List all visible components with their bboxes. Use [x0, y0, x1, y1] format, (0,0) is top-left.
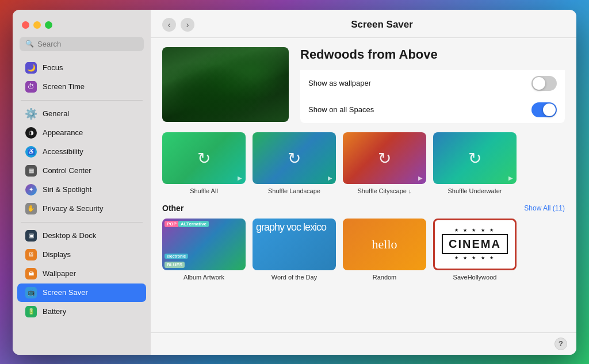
other-section: Other Show All (11) POP ALTernative elec… [162, 204, 565, 281]
saver-item-shuffle-all[interactable]: ↻ ▶ Shuffle All [162, 132, 246, 194]
bottom-bar: ? [151, 332, 576, 355]
privacy-icon: ✋ [25, 203, 37, 214]
sidebar-item-privacy-security[interactable]: ✋ Privacy & Security [17, 200, 146, 218]
sidebar-item-displays[interactable]: 🖥 Displays [17, 246, 146, 264]
saver-label-shuffle-all: Shuffle All [190, 187, 218, 194]
screen-time-icon: ⏱ [25, 81, 37, 93]
forward-button[interactable]: › [181, 18, 194, 32]
saver-item-shuffle-landscape[interactable]: ↻ ▶ Shuffle Landscape [253, 132, 336, 194]
show-as-wallpaper-toggle[interactable] [531, 76, 557, 91]
sidebar-item-label-control-center: Control Center [43, 166, 91, 175]
sidebar-item-label-focus: Focus [43, 63, 63, 72]
saver-label-shuffle-cityscape: Shuffle Cityscape ↓ [358, 187, 412, 194]
sidebar-divider-1 [21, 100, 143, 101]
sidebar-section-bottom: ▣ Desktop & Dock 🖥 Displays 🏔 Wallpaper … [13, 225, 151, 323]
show-as-wallpaper-row: Show as wallpaper [300, 70, 565, 97]
battery-icon: 🔋 [25, 306, 37, 317]
album-blues-label: BLUES [165, 262, 185, 268]
play-icon-shuffle-cityscape: ▶ [418, 175, 423, 181]
help-button[interactable]: ? [554, 338, 567, 350]
shuffle-landscape-icon: ↻ [288, 148, 301, 167]
shuffle-underwater-icon: ↻ [468, 148, 481, 167]
play-icon-shuffle-landscape: ▶ [328, 175, 332, 181]
general-icon: ⚙️ [25, 108, 37, 120]
shuffle-landscape-thumb: ↻ ▶ [253, 132, 336, 184]
cinema-stars-bottom: ★ ★ ★ ★ ★ [454, 255, 495, 260]
control-center-icon: ▦ [25, 165, 37, 177]
sidebar-item-appearance[interactable]: ◑ Appearance [17, 124, 146, 142]
show-on-all-spaces-toggle[interactable] [531, 102, 557, 117]
hello-text: hello [372, 237, 397, 252]
saver-item-shuffle-cityscape[interactable]: ↻ ▶ Shuffle Cityscape ↓ [343, 132, 426, 194]
saver-item-shuffle-underwater[interactable]: ↻ ▶ Shuffle Underwater [433, 132, 517, 194]
accessibility-icon: ♿ [25, 146, 37, 158]
sidebar-item-control-center[interactable]: ▦ Control Center [17, 162, 146, 180]
shuffle-all-thumb: ↻ ▶ [162, 132, 246, 184]
shuffle-cityscape-icon: ↻ [378, 148, 391, 167]
screensaver-name: Redwoods from Above [300, 47, 565, 62]
play-icon-shuffle-all: ▶ [238, 175, 242, 181]
album-pop-label: POP [165, 221, 179, 227]
minimize-button[interactable] [33, 21, 41, 29]
sidebar-item-label-screen-time: Screen Time [43, 82, 85, 91]
word-of-day-thumb: graphy voc lexico [253, 219, 336, 270]
saver-item-random[interactable]: hello Random [343, 219, 426, 281]
toggle-knob-wallpaper [533, 77, 545, 90]
sidebar-item-label-screen-saver: Screen Saver [43, 288, 88, 297]
back-button[interactable]: ‹ [162, 18, 176, 32]
saver-item-album-artwork[interactable]: POP ALTernative electronic BLUES Album A… [162, 219, 246, 281]
shuffle-all-icon: ↻ [197, 148, 211, 167]
sidebar-item-label-privacy: Privacy & Security [43, 204, 103, 213]
sidebar-item-desktop-dock[interactable]: ▣ Desktop & Dock [17, 227, 146, 245]
sidebar-item-general[interactable]: ⚙️ General [17, 105, 146, 123]
album-artwork-thumb: POP ALTernative electronic BLUES [162, 219, 246, 270]
appearance-icon: ◑ [25, 127, 37, 139]
search-bar[interactable]: 🔍 [20, 37, 144, 51]
sidebar-item-battery[interactable]: 🔋 Battery [17, 302, 146, 321]
sidebar-section-top: 🌙 Focus ⏱ Screen Time [13, 57, 151, 98]
shuffle-grid-section: ↻ ▶ Shuffle All ↻ ▶ Shuffle Landscape [162, 132, 565, 194]
sidebar: 🔍 🌙 Focus ⏱ Screen Time ⚙️ General ◑ App… [13, 10, 151, 355]
sidebar-item-label-displays: Displays [43, 250, 71, 259]
cinema-stars-top: ★ ★ ★ ★ ★ [454, 228, 495, 233]
saver-label-shuffle-underwater: Shuffle Underwater [448, 187, 502, 194]
saver-item-word-of-day[interactable]: graphy voc lexico Word of the Day [253, 219, 336, 281]
screensaver-preview [162, 47, 289, 122]
album-alt-label: ALTernative [178, 221, 209, 227]
sidebar-divider-2 [21, 222, 143, 223]
settings-panel: Redwoods from Above Show as wallpaper Sh… [300, 47, 565, 123]
sidebar-item-screen-time[interactable]: ⏱ Screen Time [17, 78, 146, 96]
displays-icon: 🖥 [25, 249, 37, 260]
other-section-header: Other Show All (11) [162, 204, 565, 213]
saver-item-savehollywood[interactable]: ★ ★ ★ ★ ★ CINEMA ★ ★ ★ ★ ★ SaveHollywood [433, 219, 517, 281]
saver-label-random: Random [373, 274, 397, 281]
sidebar-item-label-siri: Siri & Spotlight [43, 185, 91, 194]
sidebar-item-accessibility[interactable]: ♿ Accessibility [17, 143, 146, 161]
sidebar-item-label-general: General [43, 109, 69, 118]
sidebar-item-label-accessibility: Accessibility [43, 147, 83, 156]
sidebar-item-focus[interactable]: 🌙 Focus [17, 59, 146, 77]
sidebar-item-wallpaper[interactable]: 🏔 Wallpaper [17, 265, 146, 283]
word-overlay: graphy voc lexico [253, 219, 330, 237]
sidebar-item-screen-saver[interactable]: 📺 Screen Saver [17, 283, 146, 302]
sidebar-section-mid: ⚙️ General ◑ Appearance ♿ Accessibility … [13, 103, 151, 220]
close-button[interactable] [22, 21, 29, 29]
top-row: Redwoods from Above Show as wallpaper Sh… [162, 47, 565, 123]
saver-label-savehollywood: SaveHollywood [453, 274, 497, 281]
screensaver-grid: ↻ ▶ Shuffle All ↻ ▶ Shuffle Landscape [162, 132, 565, 194]
toggle-knob-spaces [543, 104, 556, 116]
sidebar-item-label-wallpaper: Wallpaper [43, 269, 76, 278]
album-electronic-label: electronic [165, 254, 188, 259]
focus-icon: 🌙 [25, 62, 37, 74]
sidebar-item-label-appearance: Appearance [43, 128, 83, 137]
show-as-wallpaper-label: Show as wallpaper [308, 79, 371, 87]
sidebar-item-siri-spotlight[interactable]: ✦ Siri & Spotlight [17, 181, 146, 199]
content-area: Redwoods from Above Show as wallpaper Sh… [151, 38, 576, 332]
desktop-dock-icon: ▣ [25, 230, 37, 242]
search-input[interactable] [37, 40, 138, 48]
traffic-lights [13, 16, 151, 37]
screen-saver-icon: 📺 [25, 287, 37, 298]
cinema-ticket: ★ ★ ★ ★ ★ CINEMA ★ ★ ★ ★ ★ [435, 220, 515, 269]
maximize-button[interactable] [45, 21, 52, 29]
show-all-link[interactable]: Show All (11) [524, 204, 565, 212]
